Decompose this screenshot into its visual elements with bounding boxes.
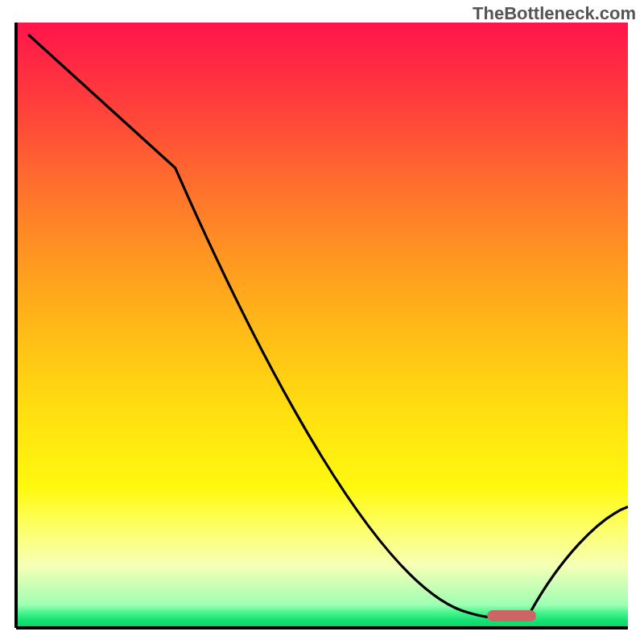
optimal-marker — [487, 610, 536, 621]
chart-container: TheBottleneck.com — [0, 0, 644, 644]
bottleneck-chart — [0, 0, 644, 644]
plot-background — [16, 23, 628, 628]
watermark-text: TheBottleneck.com — [473, 3, 636, 24]
